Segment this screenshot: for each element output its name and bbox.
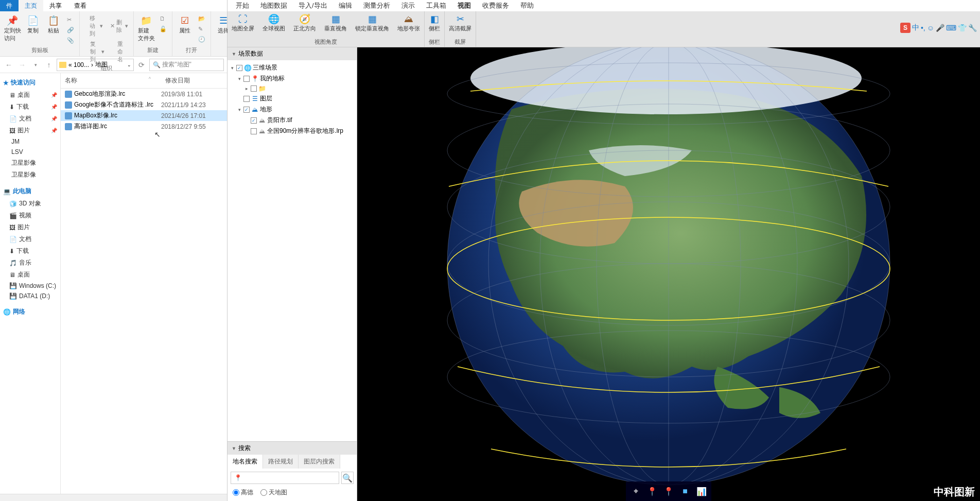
north-button[interactable]: 🧭正北方向 [289,11,320,37]
column-name[interactable]: 名称^ [61,73,165,88]
screenshot-button[interactable]: ✂高清截屏 [445,11,476,37]
breadcrumb-segment[interactable]: 地图 [95,60,108,69]
nav-videos[interactable]: 🎬视频 [0,210,60,221]
nav-pictures2[interactable]: 🖼图片 [0,221,60,233]
cut-button[interactable]: ✂ [65,15,76,25]
tree-terrain-item[interactable]: ⛰全国90m分辨率谷歌地形.lrp [230,126,355,136]
copy-button[interactable]: 📄复制 [24,14,42,34]
tree-landmarks[interactable]: ▾📍我的地标 [230,73,355,84]
collapse-icon[interactable]: ▾ [230,65,235,71]
ime-tool-icon[interactable]: 🔧 [968,24,977,32]
nav-desktop[interactable]: 🖥桌面📌 [0,89,60,101]
new-folder-button[interactable]: 📁新建 文件夹 [137,14,155,42]
tool-area[interactable]: ■ [677,483,693,499]
nav-sat2[interactable]: 卫星影像 [0,169,60,181]
terrain-exag-button[interactable]: ⛰地形夸张 [393,11,424,37]
tab-view[interactable]: 查看 [68,0,93,11]
sidebar-button[interactable]: ◧侧栏 [425,11,444,37]
pin-to-quick-button[interactable]: 📌定到快 访问 [3,14,22,42]
network[interactable]: 🌐网络 [0,305,60,318]
quick-access[interactable]: ★快速访问 [0,76,60,89]
paste-button[interactable]: 📋粘贴 [44,14,63,34]
nav-lsv[interactable]: LSV [0,147,60,157]
menu-import-export[interactable]: 导入/导出 [299,1,327,10]
menu-mapdata[interactable]: 地图数据 [260,1,287,10]
edit-button[interactable]: ✎ [196,25,207,34]
easy-access-button[interactable]: 🔓 [157,25,169,34]
up-button[interactable]: ↑ [43,59,55,71]
menu-demo[interactable]: 演示 [401,1,415,10]
tree-terrain-item[interactable]: ⛰贵阳市.tif [230,115,355,126]
history-button[interactable]: 🕘 [196,35,207,44]
menu-edit[interactable]: 编辑 [339,1,352,10]
checkbox[interactable] [251,85,257,92]
lock-vertical-button[interactable]: ▦锁定垂直视角 [351,11,393,37]
scene-panel-title[interactable]: 场景数据 [227,47,357,60]
back-button[interactable]: ← [3,59,14,71]
nav-music[interactable]: 🎵音乐 [0,257,60,269]
tab-file[interactable]: 件 [0,0,19,11]
file-row[interactable]: Gebco地形渲染.lrc2019/3/8 11:01 [61,89,227,99]
ime-keyboard-icon[interactable]: ⌨ [946,24,956,32]
column-date[interactable]: 修改日期 [165,73,227,88]
checkbox[interactable] [243,96,250,102]
tab-route[interactable]: 路径规划 [263,455,299,469]
tab-home[interactable]: 主页 [19,0,43,11]
checkbox[interactable] [243,107,250,113]
checkbox[interactable] [251,128,257,134]
tool-chart[interactable]: 📊 [694,483,709,499]
checkbox[interactable] [251,117,257,124]
ime-skin-icon[interactable]: 👕 [958,24,967,32]
checkbox[interactable] [236,65,242,71]
this-pc[interactable]: 💻此电脑 [0,185,60,198]
collapse-icon[interactable]: ▾ [237,107,242,112]
tree-landmark-sub[interactable]: ▸📁 [230,84,355,93]
globe-view-button[interactable]: 🌐全球视图 [258,11,289,37]
breadcrumb-segment[interactable]: « 100... [68,61,89,68]
search-input[interactable]: 🔍 搜索"地图" [149,59,224,71]
horizontal-scrollbar[interactable] [0,494,227,501]
fullscreen-button[interactable]: ⛶地图全屏 [227,11,258,37]
new-item-button[interactable]: 🗋 [157,14,169,24]
copy-path-button[interactable]: 🔗 [65,26,76,35]
nav-documents[interactable]: 📄文档📌 [0,113,60,125]
radio-gaode[interactable]: 高德 [233,488,253,497]
checkbox[interactable] [243,76,250,82]
move-to-button[interactable]: 移动到▾ [83,13,105,39]
search-go-button[interactable]: 🔍 [341,472,354,484]
menu-paid[interactable]: 收费服务 [482,1,509,10]
sogou-icon[interactable]: S [900,23,911,33]
menu-toolbox[interactable]: 工具箱 [426,1,446,10]
nav-drive-d[interactable]: 💾DATA1 (D:) [0,291,60,301]
nav-documents2[interactable]: 📄文档 [0,233,60,245]
menu-help[interactable]: 帮助 [520,1,534,10]
nav-3d[interactable]: 🧊3D 对象 [0,198,60,210]
file-row[interactable]: MapBox影像.lrc2021/4/26 17:01 [61,110,227,121]
delete-button[interactable]: ✕删除▾ [108,13,130,39]
ime-lang[interactable]: 中 [912,23,919,32]
menu-start[interactable]: 开始 [236,1,249,10]
tab-layer-search[interactable]: 图层内搜索 [299,455,340,469]
nav-sat1[interactable]: 卫星影像 [0,157,60,169]
recent-button[interactable]: ▾ [30,59,41,71]
nav-downloads[interactable]: ⬇下载📌 [0,101,60,113]
expand-icon[interactable]: ▸ [244,86,249,91]
menu-measure[interactable]: 测量分析 [363,1,390,10]
ime-toolbar[interactable]: S 中 •, ☺ 🎤 ⌨ 👕 🔧 [900,23,977,33]
tool-pin1[interactable]: 📍 [644,483,660,499]
tab-place-search[interactable]: 地名搜索 [227,455,263,469]
nav-pictures[interactable]: 🖼图片📌 [0,125,60,136]
search-panel-title[interactable]: 搜索 [227,442,357,455]
forward-button[interactable]: → [16,59,28,71]
ime-mic-icon[interactable]: 🎤 [936,24,944,32]
menu-view[interactable]: 视图 [458,1,471,10]
globe-view[interactable]: ⌖ 📍 📍 ■ 📊 中科图新 [357,47,980,501]
properties-button[interactable]: ☑属性 [176,14,194,34]
nav-downloads2[interactable]: ⬇下载 [0,245,60,257]
search-input[interactable]: 📍 [231,472,339,484]
nav-jm[interactable]: JM [0,136,60,147]
tool-pin2[interactable]: 📍 [661,483,676,499]
tree-layers[interactable]: ☰图层 [230,93,355,104]
vertical-button[interactable]: ▦垂直视角 [320,11,351,37]
tree-root[interactable]: ▾🌐三维场景 [230,62,355,73]
